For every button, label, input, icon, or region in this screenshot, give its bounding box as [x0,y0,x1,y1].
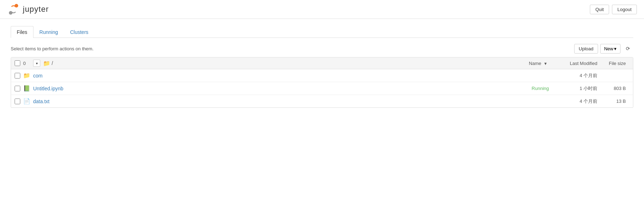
tabs: Files Running Clusters [11,26,633,38]
folder-icon: 📁 [23,72,30,79]
svg-point-1 [9,11,12,15]
row-checkbox-datatxt[interactable] [15,99,20,104]
item-count: 0 [23,61,30,66]
folder-icon: 📁 [43,60,50,67]
file-size-untitled: 803 B [601,86,629,91]
sort-arrow-icon: ▼ [544,61,547,66]
header-buttons: Quit Logout [590,5,637,14]
file-modified-com: 4 个月前 [551,72,601,79]
logout-button[interactable]: Logout [612,5,637,14]
tab-running[interactable]: Running [33,26,64,38]
file-meta-untitled: Running 1 小时前 803 B [532,85,629,92]
new-button[interactable]: New ▾ [600,44,620,54]
breadcrumb-path: 📁 / [43,60,505,67]
file-meta-datatxt: 4 个月前 13 B [551,98,629,105]
running-badge: Running [532,86,549,91]
file-list: 0 ▾ 📁 / Name ▼ Last Modified File size 📁… [11,57,633,108]
notebook-icon: 📗 [23,85,30,92]
tab-clusters[interactable]: Clusters [64,26,94,38]
item-count-dropdown[interactable]: ▾ [33,60,40,67]
table-row: 📄 data.txt 4 个月前 13 B [11,95,633,107]
file-modified-datatxt: 4 个月前 [551,98,601,105]
file-name-datatxt[interactable]: data.txt [33,99,548,104]
refresh-icon: ⟳ [626,46,630,51]
toolbar-right: Upload New ▾ ⟳ [574,44,633,54]
upload-button[interactable]: Upload [574,44,598,54]
file-name-com[interactable]: com [33,73,548,79]
file-meta-com: 4 个月前 [551,72,629,79]
new-dropdown-arrow: ▾ [614,46,617,51]
toolbar: Select items to perform actions on them.… [11,44,633,54]
jupyter-logo-icon [7,3,20,16]
select-all-checkbox[interactable] [15,60,20,66]
column-headers: Name ▼ Last Modified File size [508,61,629,66]
file-list-header: 0 ▾ 📁 / Name ▼ Last Modified File size [11,57,633,69]
row-checkbox-com[interactable] [15,73,20,79]
file-name-untitled[interactable]: Untitled.ipynb [33,86,529,91]
new-button-label: New [604,46,613,51]
tab-files[interactable]: Files [11,26,33,38]
file-modified-untitled: 1 小时前 [551,85,601,92]
main-content: Files Running Clusters Select items to p… [0,19,644,115]
row-checkbox-untitled[interactable] [15,86,20,91]
table-row: 📁 com 4 个月前 [11,69,633,82]
header: jupyter Quit Logout [0,0,644,19]
col-modified-header[interactable]: Last Modified [551,61,601,66]
path-text: / [52,60,53,66]
refresh-button[interactable]: ⟳ [623,44,633,54]
select-hint: Select items to perform actions on them. [11,46,94,51]
text-file-icon: 📄 [23,98,30,105]
logo-text: jupyter [23,5,49,14]
svg-point-0 [15,4,18,7]
file-size-datatxt: 13 B [601,99,629,104]
logo: jupyter [7,3,49,16]
quit-button[interactable]: Quit [590,5,609,14]
col-size-header[interactable]: File size [601,61,629,66]
table-row: 📗 Untitled.ipynb Running 1 小时前 803 B [11,82,633,95]
col-name-header[interactable]: Name ▼ [508,61,551,66]
